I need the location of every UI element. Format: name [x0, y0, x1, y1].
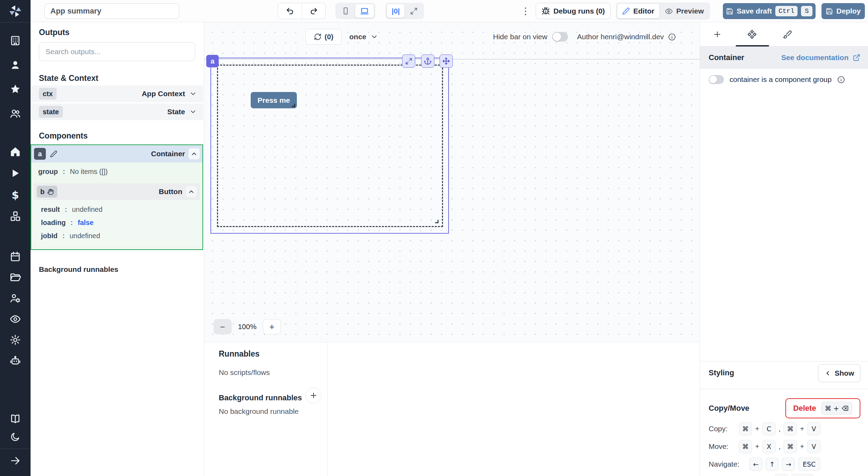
save-draft-button[interactable]: Save draft Ctrl S: [723, 3, 816, 19]
deploy-button[interactable]: Deploy: [821, 3, 865, 19]
copy-move-section: Copy/Move Delete ⌘ +: [700, 389, 868, 389]
runnables-title: Runnables: [219, 349, 327, 359]
more-options-menu[interactable]: ⋮: [521, 5, 530, 17]
undo-redo-group: [278, 3, 326, 19]
expand-component-button[interactable]: [402, 55, 415, 68]
component-type-title: Container: [709, 53, 744, 62]
background-runnables-title: Background runnables: [219, 393, 302, 402]
author-label: Author henri@windmill.dev: [577, 29, 676, 45]
zoom-out-button[interactable]: −: [214, 319, 232, 334]
editor-preview-toggle: Editor Preview: [616, 2, 710, 20]
refresh-button[interactable]: (0): [306, 29, 342, 45]
clipped-shortcut-row: [775, 474, 814, 476]
schedules-calendar-icon[interactable]: [0, 248, 31, 266]
outputs-title: Outputs: [39, 28, 69, 37]
show-styling-button[interactable]: Show: [818, 364, 860, 382]
zoom-level: 100%: [236, 323, 258, 331]
center-layout-button[interactable]: |0|: [387, 4, 404, 18]
hide-bar-toggle[interactable]: [552, 32, 568, 42]
resources-boxes-icon[interactable]: [0, 207, 31, 225]
refresh-mode-dropdown[interactable]: once: [349, 29, 378, 45]
collapse-button[interactable]: [186, 186, 197, 197]
save-icon: [826, 8, 833, 15]
audit-eye-icon[interactable]: [0, 310, 31, 328]
home-icon[interactable]: [0, 143, 31, 161]
info-icon[interactable]: [837, 76, 845, 84]
outputs-panel: Outputs State & Context ctx App Context …: [31, 22, 204, 476]
press-me-button-component[interactable]: Press me: [251, 92, 297, 108]
component-header: Container See documentation: [700, 47, 868, 69]
components-title: Components: [39, 131, 88, 141]
user-icon[interactable]: [0, 56, 31, 74]
button-b-header[interactable]: b Button: [34, 183, 200, 200]
component-tree-button-b: b Button result:undefined loading:false …: [34, 183, 200, 246]
mobile-view-button[interactable]: [337, 4, 354, 18]
runs-play-icon[interactable]: [0, 164, 31, 182]
component-group-toggle[interactable]: [709, 75, 724, 84]
runnables-panel: Runnables No scripts/flows Background ru…: [204, 342, 700, 476]
tab-styling-brush[interactable]: [770, 22, 805, 47]
info-icon[interactable]: [668, 33, 676, 41]
external-link-icon: [853, 54, 860, 61]
state-badge: state: [39, 106, 63, 118]
app-canvas[interactable]: (0) once Hide bar on view Author henri@w…: [204, 22, 700, 342]
see-documentation-link[interactable]: See documentation: [781, 53, 860, 62]
top-toolbar: |0| ⋮ Debug runs (0) Editor Preview Save…: [31, 0, 868, 22]
delete-component-button[interactable]: Delete ⌘ +: [785, 398, 860, 418]
windmill-logo[interactable]: [0, 0, 31, 22]
redo-button[interactable]: [302, 3, 325, 19]
expand-sidebar-arrow-icon[interactable]: [0, 452, 31, 470]
ctx-output-row[interactable]: ctx App Context: [31, 85, 203, 102]
state-output-row[interactable]: state State: [31, 103, 203, 120]
state-context-title: State & Context: [39, 74, 98, 83]
prop-loading-row: loading:false: [34, 216, 200, 229]
bug-icon: [542, 7, 550, 15]
settings-gear-icon[interactable]: [0, 331, 31, 349]
navigate-shortcut-row: Navigate: ← ↑ → ESC: [709, 458, 820, 471]
dark-mode-moon-icon[interactable]: [0, 428, 31, 446]
component-settings-panel: Container See documentation container is…: [700, 22, 868, 476]
ctx-type-label: App Context: [142, 90, 185, 98]
prop-jobid-row: jobId:undefined: [34, 229, 200, 242]
workspace-icon[interactable]: [0, 32, 31, 50]
add-background-runnable-button[interactable]: [306, 387, 322, 403]
backspace-icon: [841, 404, 849, 412]
container-a-header[interactable]: a Container: [31, 145, 202, 162]
chevron-down-icon[interactable]: [189, 90, 197, 98]
ai-bot-icon[interactable]: [0, 352, 31, 370]
users-group-icon[interactable]: [0, 105, 31, 123]
groups-settings-icon[interactable]: [0, 289, 31, 307]
component-group-setting: container is a component group: [709, 75, 845, 84]
docs-book-icon[interactable]: [0, 410, 31, 428]
no-scripts-label: No scripts/flows: [219, 368, 327, 377]
search-outputs-input[interactable]: [39, 42, 195, 61]
zoom-in-button[interactable]: +: [263, 319, 281, 334]
container-drop-zone[interactable]: [217, 65, 443, 227]
layout-toggle: |0|: [385, 3, 424, 19]
preview-tab[interactable]: Preview: [660, 4, 709, 18]
chevron-left-icon: [824, 370, 831, 377]
editor-tab[interactable]: Editor: [617, 4, 659, 18]
variables-dollar-icon[interactable]: $: [0, 186, 31, 204]
tab-insert-component[interactable]: [700, 22, 735, 47]
container-resize-handle[interactable]: [435, 220, 439, 223]
folders-icon[interactable]: [0, 268, 31, 286]
component-id-badge: a: [34, 148, 46, 160]
hide-bar-control: Hide bar on view: [493, 29, 568, 45]
collapse-button[interactable]: [189, 148, 200, 159]
component-type-label: Container: [151, 150, 185, 158]
anchor-component-button[interactable]: [421, 55, 434, 68]
full-width-layout-button[interactable]: [405, 4, 423, 18]
app-summary-input[interactable]: [44, 3, 179, 19]
chevron-down-icon: [370, 33, 378, 41]
button-resize-handle[interactable]: [292, 104, 295, 107]
left-rail: $: [0, 0, 31, 476]
debug-runs-button[interactable]: Debug runs (0): [536, 3, 611, 19]
move-component-button[interactable]: [440, 55, 453, 68]
tab-component-settings[interactable]: [735, 22, 769, 47]
chevron-down-icon[interactable]: [189, 108, 197, 116]
desktop-view-button[interactable]: [355, 4, 374, 18]
favorites-star-icon[interactable]: [0, 80, 31, 98]
undo-button[interactable]: [278, 3, 302, 19]
edit-pencil-icon[interactable]: [50, 150, 57, 158]
